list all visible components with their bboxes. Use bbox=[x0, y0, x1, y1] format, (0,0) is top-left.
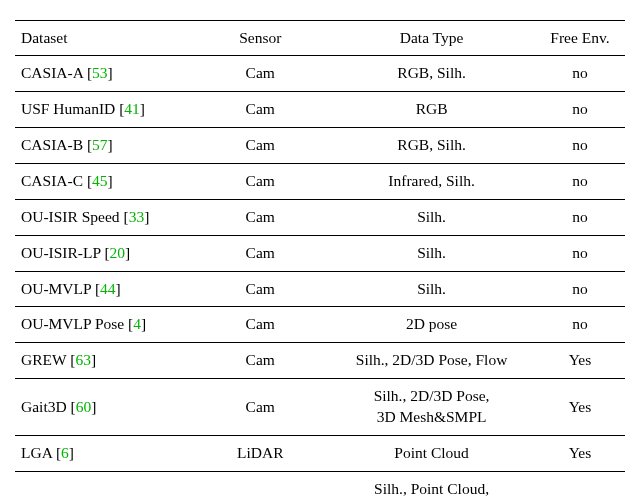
cell-freeenv: Yes bbox=[535, 379, 625, 436]
table-row: CASIA-C [45]CamInfrared, Silh.no bbox=[15, 163, 625, 199]
cell-dataset: CASIA-C [45] bbox=[15, 163, 192, 199]
dataset-name: CASIA-C bbox=[21, 172, 83, 189]
dataset-name: OU-ISIR Speed bbox=[21, 208, 120, 225]
cell-dataset: LGA [6] bbox=[15, 436, 192, 472]
cell-datatype: Infrared, Silh. bbox=[328, 163, 535, 199]
col-freeenv: Free Env. bbox=[535, 21, 625, 56]
cell-sensor: LiDAR & Cam bbox=[192, 472, 328, 500]
cell-freeenv: no bbox=[535, 91, 625, 127]
citation-ref: 6 bbox=[61, 444, 69, 461]
cell-freeenv: Yes bbox=[535, 343, 625, 379]
table-row: CASIA-A [53]CamRGB, Silh.no bbox=[15, 56, 625, 92]
table-row: GREW [63]CamSilh., 2D/3D Pose, FlowYes bbox=[15, 343, 625, 379]
cell-datatype: RGB, Silh. bbox=[328, 56, 535, 92]
citation-ref: 45 bbox=[92, 172, 108, 189]
cell-freeenv: no bbox=[535, 163, 625, 199]
col-dataset: Dataset bbox=[15, 21, 192, 56]
citation-ref: 41 bbox=[124, 100, 140, 117]
table-row: USF HumanID [41]CamRGBno bbox=[15, 91, 625, 127]
dataset-name: CASIA-A bbox=[21, 64, 83, 81]
cell-dataset: OU-ISIR Speed [33] bbox=[15, 199, 192, 235]
cell-dataset: OU-MVLP [44] bbox=[15, 271, 192, 307]
cell-datatype: Silh. bbox=[328, 199, 535, 235]
cell-freeenv: Yes bbox=[535, 472, 625, 500]
table-row: LGA [6]LiDARPoint CloudYes bbox=[15, 436, 625, 472]
cell-datatype: 2D pose bbox=[328, 307, 535, 343]
cell-sensor: Cam bbox=[192, 91, 328, 127]
citation-ref: 33 bbox=[129, 208, 145, 225]
cell-sensor: Cam bbox=[192, 271, 328, 307]
cell-datatype: Silh., 2D/3D Pose, 3D Mesh&SMPL bbox=[328, 379, 535, 436]
dataset-name: OU-ISIR-LP bbox=[21, 244, 101, 261]
cell-datatype: RGB, Silh. bbox=[328, 127, 535, 163]
cell-dataset: USF HumanID [41] bbox=[15, 91, 192, 127]
cell-datatype: Silh., 2D/3D Pose, Flow bbox=[328, 343, 535, 379]
table-row: Gait3D [60]CamSilh., 2D/3D Pose, 3D Mesh… bbox=[15, 379, 625, 436]
cell-datatype: Silh., Point Cloud, 2D/3D Pose, 3D Mesh&… bbox=[328, 472, 535, 500]
dataset-name: GREW bbox=[21, 351, 66, 368]
cell-dataset: OU-MVLP Pose [4] bbox=[15, 307, 192, 343]
dataset-name: CASIA-B bbox=[21, 136, 83, 153]
cell-sensor: Cam bbox=[192, 307, 328, 343]
dataset-name: OU-MVLP bbox=[21, 280, 91, 297]
citation-ref: 20 bbox=[110, 244, 126, 261]
dataset-name: LGA bbox=[21, 444, 52, 461]
cell-freeenv: no bbox=[535, 307, 625, 343]
cell-sensor: LiDAR bbox=[192, 436, 328, 472]
table-row: LiCamGaitLiDAR & CamSilh., Point Cloud, … bbox=[15, 472, 625, 500]
cell-freeenv: no bbox=[535, 199, 625, 235]
cell-sensor: Cam bbox=[192, 127, 328, 163]
cell-freeenv: no bbox=[535, 235, 625, 271]
cell-sensor: Cam bbox=[192, 343, 328, 379]
cell-datatype: Point Cloud bbox=[328, 436, 535, 472]
col-datatype: Data Type bbox=[328, 21, 535, 56]
dataset-name: Gait3D bbox=[21, 398, 67, 415]
table-header-row: Dataset Sensor Data Type Free Env. bbox=[15, 21, 625, 56]
dataset-name: USF HumanID bbox=[21, 100, 115, 117]
cell-sensor: Cam bbox=[192, 163, 328, 199]
citation-ref: 63 bbox=[75, 351, 91, 368]
cell-freeenv: no bbox=[535, 127, 625, 163]
table-row: CASIA-B [57]CamRGB, Silh.no bbox=[15, 127, 625, 163]
cell-sensor: Cam bbox=[192, 379, 328, 436]
cell-datatype: Silh. bbox=[328, 271, 535, 307]
cell-sensor: Cam bbox=[192, 199, 328, 235]
cell-dataset: LiCamGait bbox=[15, 472, 192, 500]
citation-ref: 60 bbox=[76, 398, 92, 415]
cell-dataset: Gait3D [60] bbox=[15, 379, 192, 436]
citation-ref: 57 bbox=[92, 136, 108, 153]
cell-datatype: Silh. bbox=[328, 235, 535, 271]
cell-dataset: GREW [63] bbox=[15, 343, 192, 379]
table-row: OU-ISIR Speed [33]CamSilh.no bbox=[15, 199, 625, 235]
dataset-name: OU-MVLP Pose bbox=[21, 315, 124, 332]
cell-freeenv: no bbox=[535, 56, 625, 92]
cell-sensor: Cam bbox=[192, 56, 328, 92]
table-row: OU-MVLP Pose [4]Cam2D poseno bbox=[15, 307, 625, 343]
citation-ref: 4 bbox=[133, 315, 141, 332]
cell-sensor: Cam bbox=[192, 235, 328, 271]
citation-ref: 44 bbox=[100, 280, 116, 297]
table-row: OU-ISIR-LP [20]CamSilh.no bbox=[15, 235, 625, 271]
dataset-comparison-table: Dataset Sensor Data Type Free Env. CASIA… bbox=[15, 20, 625, 500]
cell-freeenv: no bbox=[535, 271, 625, 307]
table-row: OU-MVLP [44]CamSilh.no bbox=[15, 271, 625, 307]
cell-dataset: OU-ISIR-LP [20] bbox=[15, 235, 192, 271]
cell-dataset: CASIA-A [53] bbox=[15, 56, 192, 92]
cell-datatype: RGB bbox=[328, 91, 535, 127]
cell-freeenv: Yes bbox=[535, 436, 625, 472]
citation-ref: 53 bbox=[92, 64, 108, 81]
cell-dataset: CASIA-B [57] bbox=[15, 127, 192, 163]
col-sensor: Sensor bbox=[192, 21, 328, 56]
